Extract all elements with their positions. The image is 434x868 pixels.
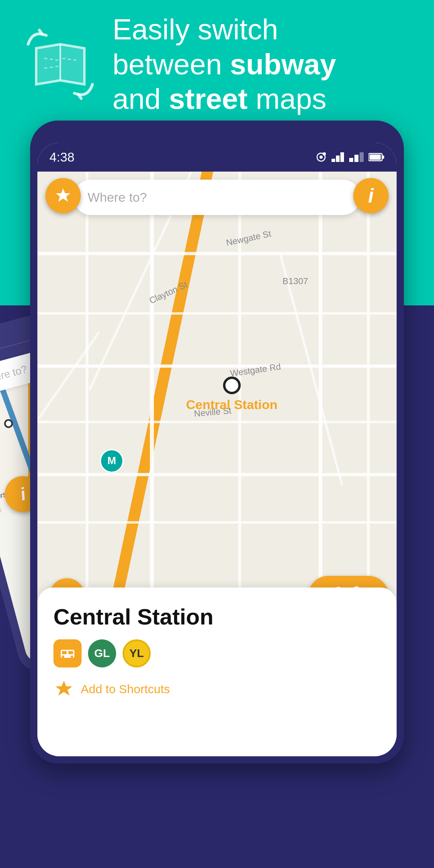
- road-label-newgate: Newgate St: [225, 229, 272, 248]
- gl-badge: GL: [88, 639, 116, 667]
- search-placeholder: Where to?: [88, 190, 147, 205]
- search-bar[interactable]: Where to?: [74, 180, 360, 215]
- status-icons: [315, 151, 385, 163]
- svg-marker-21: [354, 155, 358, 162]
- add-shortcuts-label: Add to Shortcuts: [81, 682, 170, 696]
- svg-rect-41: [66, 658, 70, 659]
- phone-screen: 4:38: [37, 143, 397, 756]
- svg-rect-37: [62, 651, 67, 654]
- svg-point-40: [71, 655, 73, 658]
- metro-pin: M: [100, 449, 124, 477]
- header-tagline: Easily switch between subway and street …: [113, 12, 336, 116]
- svg-marker-22: [360, 152, 364, 162]
- header: Easily switch between subway and street …: [0, 0, 434, 129]
- station-name-map: Central Station: [186, 397, 278, 412]
- status-time: 4:38: [49, 150, 74, 165]
- svg-point-14: [319, 156, 323, 159]
- road-label-b1307: B1307: [283, 276, 308, 287]
- station-marker: Central Station: [186, 377, 278, 412]
- svg-marker-18: [336, 156, 340, 162]
- metro-badge: [53, 639, 82, 667]
- station-dot: [223, 377, 241, 394]
- fab-info-button[interactable]: i: [353, 178, 389, 213]
- add-shortcuts[interactable]: Add to Shortcuts: [53, 679, 381, 700]
- fab-star-button[interactable]: [45, 178, 81, 213]
- svg-text:M: M: [107, 454, 116, 467]
- map-area: Newgate St B1307 Clayton St Westgate Rd …: [37, 172, 397, 626]
- yl-badge: YL: [123, 639, 151, 667]
- map-sync-icon: [24, 28, 96, 100]
- svg-marker-17: [332, 159, 335, 162]
- status-bar: 4:38: [37, 143, 397, 172]
- svg-rect-38: [68, 651, 73, 654]
- bottom-sheet-title: Central Station: [53, 604, 381, 630]
- transit-lines: GL YL: [53, 639, 381, 667]
- svg-marker-19: [340, 152, 344, 162]
- svg-rect-24: [382, 156, 384, 159]
- bottom-sheet: Central Station: [37, 588, 397, 756]
- svg-marker-20: [349, 158, 353, 162]
- svg-point-39: [62, 655, 64, 658]
- phone-main: 4:38: [30, 121, 404, 764]
- svg-point-16: [323, 152, 326, 156]
- info-icon: i: [368, 184, 374, 207]
- svg-rect-25: [370, 155, 381, 160]
